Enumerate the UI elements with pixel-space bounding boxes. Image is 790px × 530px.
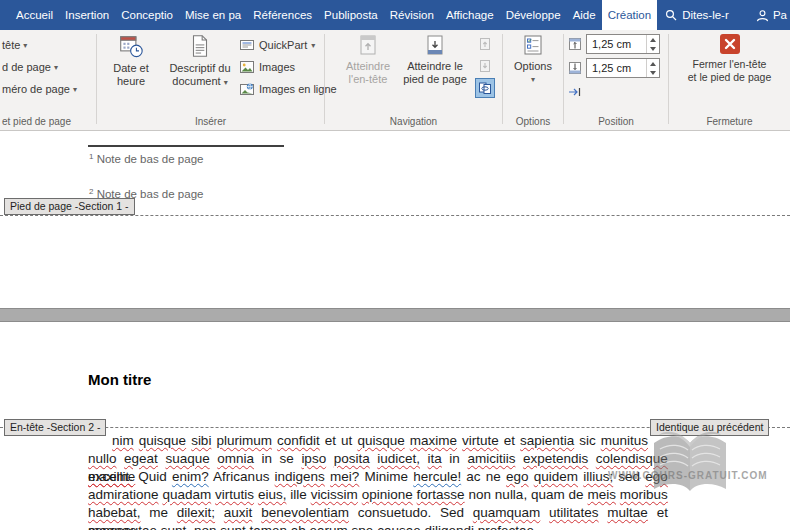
spinner-up-icon[interactable] — [647, 59, 659, 68]
tab-accueil[interactable]: Accueil — [10, 0, 59, 30]
word: quisque — [139, 433, 186, 448]
word: ita — [428, 451, 442, 466]
word: utilitates — [549, 505, 599, 520]
spinner-up-icon[interactable] — [647, 35, 659, 44]
tab-publiposta[interactable]: Publiposta — [318, 0, 384, 30]
word: omnia — [217, 451, 254, 466]
word: sic — [579, 433, 596, 448]
tell-me[interactable]: Dites-le-r — [657, 0, 737, 30]
word: meis — [587, 487, 616, 502]
next-section-button[interactable] — [475, 56, 495, 76]
word: amicitiis — [467, 451, 515, 466]
previous-section-button[interactable] — [475, 34, 495, 54]
document-info-label-1: Descriptif du — [169, 62, 230, 75]
goto-footer-label-1: Atteindre le — [407, 60, 463, 73]
online-images-button[interactable]: Images en ligne — [239, 79, 337, 99]
word: habebat, — [88, 505, 141, 520]
paragraph[interactable]: nim quisque sibi plurimum confidit et ut… — [88, 432, 668, 530]
word: plurimum — [216, 433, 272, 448]
word: indigens — [275, 469, 325, 484]
header-position-icon — [567, 36, 583, 52]
date-time-button[interactable]: Date et heure — [103, 33, 159, 88]
word: nulla, — [495, 487, 527, 502]
tab-mise-en-pa[interactable]: Mise en pa — [179, 0, 247, 30]
word: Sed — [440, 505, 464, 520]
footer-position-value[interactable]: 1,25 cm — [587, 59, 646, 77]
word: me — [149, 505, 168, 520]
options-label: Options — [514, 60, 552, 73]
word: iudicet, — [377, 451, 420, 466]
chevron-down-icon: ▾ — [224, 78, 228, 87]
next-section-icon — [477, 58, 493, 74]
header-dropdown-button[interactable]: tête▾ — [2, 35, 27, 55]
group-navigation: Atteindre l'en-tête Atteindre le pied de… — [325, 30, 502, 130]
word: de — [569, 487, 584, 502]
calendar-clock-icon — [118, 33, 144, 59]
options-button[interactable]: Options ▾ — [507, 33, 559, 86]
group-insert: Date et heure Descriptif du document ▾ Q… — [97, 30, 324, 130]
paragraph-line: admiratione quadam virtutis eius, ille v… — [88, 486, 668, 504]
header-position-field[interactable]: 1,25 cm — [586, 34, 660, 54]
tab-affichage[interactable]: Affichage — [440, 0, 500, 30]
paragraph-line: consecutae sunt, non sunt tamen ab earum… — [88, 522, 668, 530]
tab-bar: AccueilInsertionConceptioMise en paRéfér… — [0, 0, 790, 30]
quickpart-label: QuickPart — [259, 39, 307, 51]
tab-d-veloppe[interactable]: Développe — [500, 0, 567, 30]
tab-insertion[interactable]: Insertion — [59, 0, 115, 30]
page-number-dropdown-button[interactable]: méro de page▾ — [2, 79, 77, 99]
word: profectae. — [478, 523, 538, 530]
spinner-down-icon[interactable] — [647, 68, 659, 77]
image-icon — [239, 59, 255, 75]
ribbon: tête▾ d de page▾ méro de page▾ et pied d… — [0, 30, 790, 131]
paragraph-line: habebat, me dilexit; auxit benevolentiam… — [88, 504, 668, 522]
word: multae — [607, 505, 648, 520]
tab-conceptio[interactable]: Conceptio — [115, 0, 179, 30]
tab-r-vision[interactable]: Révision — [384, 0, 440, 30]
quickpart-button[interactable]: QuickPart▾ — [239, 35, 315, 55]
word: confidit — [277, 433, 320, 448]
tab-cr-ation[interactable]: Création — [602, 0, 657, 30]
tab-aide[interactable]: Aide — [567, 0, 602, 30]
word: nullo — [88, 451, 117, 466]
word: quisque — [357, 433, 404, 448]
header-position-value[interactable]: 1,25 cm — [587, 35, 646, 53]
header-dropdown-label: tête — [2, 39, 20, 51]
footer-position-field[interactable]: 1,25 cm — [586, 58, 660, 78]
chevron-down-icon: ▾ — [531, 73, 535, 86]
tab-r-f-rences[interactable]: Références — [247, 0, 318, 30]
close-label-2: et le pied de page — [688, 71, 772, 84]
footer-dropdown-label: d de page — [2, 61, 51, 73]
word: ego — [506, 469, 529, 484]
images-button[interactable]: Images — [239, 57, 295, 77]
word: egeat — [124, 451, 158, 466]
word: virtute — [462, 433, 499, 448]
close-header-footer-button[interactable]: Fermer l'en-tête et le pied de page — [679, 33, 780, 84]
word: quam — [531, 487, 565, 502]
document-info-button[interactable]: Descriptif du document ▾ — [161, 33, 239, 89]
link-to-previous-button[interactable] — [475, 78, 495, 98]
goto-footer-button[interactable]: Atteindre le pied de page — [399, 33, 471, 86]
chevron-down-icon: ▾ — [23, 41, 27, 50]
goto-footer-icon — [423, 33, 447, 57]
word: Africanus — [213, 469, 269, 484]
spinner-arrows — [646, 59, 659, 77]
header-section-tag: En-tête -Section 2 - — [4, 419, 106, 436]
account-button[interactable]: Pa — [756, 0, 790, 30]
word: diligendi — [424, 523, 474, 530]
footer-dropdown-button[interactable]: d de page▾ — [2, 57, 58, 77]
goto-header-button[interactable]: Atteindre l'en-tête — [339, 33, 397, 86]
word: hercule! — [413, 469, 461, 484]
word: auxit — [224, 505, 253, 520]
chevron-down-icon: ▾ — [73, 85, 77, 94]
word: munitus — [601, 433, 648, 448]
group-label-options: Options — [503, 116, 563, 127]
goto-header-label-1: Atteindre — [346, 60, 390, 73]
word: eius, — [258, 487, 287, 502]
chevron-down-icon: ▾ — [311, 41, 315, 50]
word: causae — [377, 523, 421, 530]
word: tamen — [249, 523, 287, 530]
alignment-tab-button[interactable] — [565, 82, 585, 102]
group-label-close: Fermeture — [669, 116, 790, 127]
spinner-down-icon[interactable] — [647, 44, 659, 53]
document-canvas[interactable]: 1 Note de bas de page2 Note de bas de pa… — [0, 131, 790, 530]
